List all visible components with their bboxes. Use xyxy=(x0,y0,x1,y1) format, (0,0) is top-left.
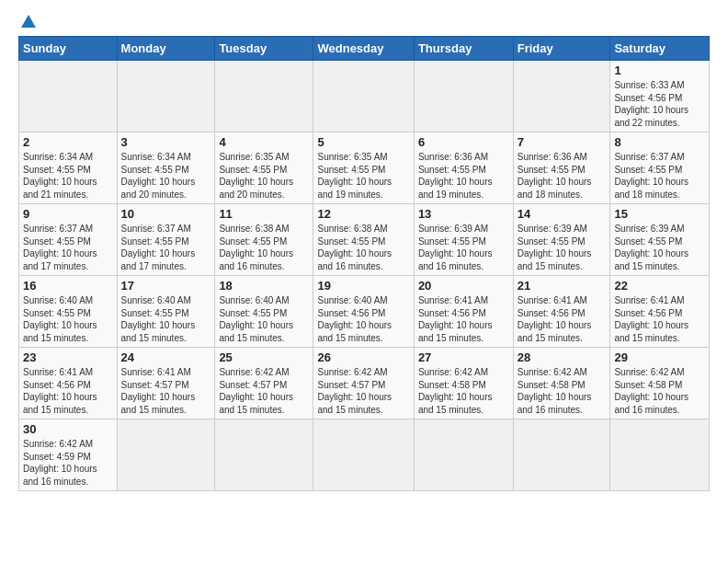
day-info: Sunrise: 6:36 AM Sunset: 4:55 PM Dayligh… xyxy=(418,151,509,201)
day-info: Sunrise: 6:39 AM Sunset: 4:55 PM Dayligh… xyxy=(614,223,705,272)
day-info: Sunrise: 6:38 AM Sunset: 4:55 PM Dayligh… xyxy=(219,223,309,272)
day-info: Sunrise: 6:40 AM Sunset: 4:55 PM Dayligh… xyxy=(219,294,309,344)
day-number: 18 xyxy=(219,279,309,293)
day-number: 5 xyxy=(317,135,409,149)
calendar-day-cell: 13Sunrise: 6:39 AM Sunset: 4:55 PM Dayli… xyxy=(414,204,513,276)
calendar-day-cell xyxy=(313,61,414,132)
day-info: Sunrise: 6:41 AM Sunset: 4:57 PM Dayligh… xyxy=(121,366,211,416)
calendar-header-row: SundayMondayTuesdayWednesdayThursdayFrid… xyxy=(19,37,710,61)
day-number: 2 xyxy=(23,135,113,149)
calendar-day-cell: 10Sunrise: 6:37 AM Sunset: 4:55 PM Dayli… xyxy=(117,204,215,276)
day-number: 27 xyxy=(418,350,509,364)
calendar-day-cell: 28Sunrise: 6:42 AM Sunset: 4:58 PM Dayli… xyxy=(513,348,610,419)
calendar-day-cell xyxy=(215,419,313,491)
day-number: 20 xyxy=(418,279,509,293)
calendar-day-cell: 25Sunrise: 6:42 AM Sunset: 4:57 PM Dayli… xyxy=(215,348,313,419)
day-info: Sunrise: 6:42 AM Sunset: 4:58 PM Dayligh… xyxy=(518,366,607,416)
day-number: 3 xyxy=(121,135,211,149)
calendar-day-cell: 4Sunrise: 6:35 AM Sunset: 4:55 PM Daylig… xyxy=(215,132,313,204)
day-info: Sunrise: 6:40 AM Sunset: 4:56 PM Dayligh… xyxy=(317,294,409,344)
day-number: 15 xyxy=(614,207,705,221)
calendar-week-row: 9Sunrise: 6:37 AM Sunset: 4:55 PM Daylig… xyxy=(19,204,710,276)
day-info: Sunrise: 6:34 AM Sunset: 4:55 PM Dayligh… xyxy=(23,151,113,201)
calendar-day-cell xyxy=(513,61,610,132)
day-info: Sunrise: 6:35 AM Sunset: 4:55 PM Dayligh… xyxy=(219,151,309,201)
day-info: Sunrise: 6:41 AM Sunset: 4:56 PM Dayligh… xyxy=(418,294,509,344)
calendar-week-row: 30Sunrise: 6:42 AM Sunset: 4:59 PM Dayli… xyxy=(19,419,710,491)
calendar-day-cell xyxy=(414,419,513,491)
day-number: 17 xyxy=(121,279,211,293)
page-header xyxy=(18,15,710,29)
day-info: Sunrise: 6:41 AM Sunset: 4:56 PM Dayligh… xyxy=(614,294,705,344)
day-number: 21 xyxy=(518,279,607,293)
calendar-week-row: 16Sunrise: 6:40 AM Sunset: 4:55 PM Dayli… xyxy=(19,276,710,348)
calendar-day-cell: 30Sunrise: 6:42 AM Sunset: 4:59 PM Dayli… xyxy=(19,419,118,491)
day-number: 23 xyxy=(23,350,113,364)
calendar-day-cell: 26Sunrise: 6:42 AM Sunset: 4:57 PM Dayli… xyxy=(313,348,414,419)
calendar-day-cell: 15Sunrise: 6:39 AM Sunset: 4:55 PM Dayli… xyxy=(610,204,710,276)
day-info: Sunrise: 6:38 AM Sunset: 4:55 PM Dayligh… xyxy=(317,223,409,272)
day-number: 28 xyxy=(518,350,607,364)
day-number: 24 xyxy=(121,350,211,364)
calendar-day-cell: 18Sunrise: 6:40 AM Sunset: 4:55 PM Dayli… xyxy=(215,276,313,348)
logo xyxy=(18,15,36,29)
calendar-day-cell xyxy=(513,419,610,491)
day-number: 1 xyxy=(614,63,705,77)
calendar-day-cell xyxy=(313,419,414,491)
day-info: Sunrise: 6:40 AM Sunset: 4:55 PM Dayligh… xyxy=(23,294,113,344)
day-number: 4 xyxy=(219,135,309,149)
day-number: 8 xyxy=(614,135,705,149)
day-info: Sunrise: 6:33 AM Sunset: 4:56 PM Dayligh… xyxy=(614,79,705,129)
day-info: Sunrise: 6:40 AM Sunset: 4:55 PM Dayligh… xyxy=(121,294,211,344)
calendar-day-cell: 29Sunrise: 6:42 AM Sunset: 4:58 PM Dayli… xyxy=(610,348,710,419)
calendar-day-cell: 27Sunrise: 6:42 AM Sunset: 4:58 PM Dayli… xyxy=(414,348,513,419)
day-number: 13 xyxy=(418,207,509,221)
calendar-day-cell: 16Sunrise: 6:40 AM Sunset: 4:55 PM Dayli… xyxy=(19,276,118,348)
calendar-week-row: 1Sunrise: 6:33 AM Sunset: 4:56 PM Daylig… xyxy=(19,61,710,132)
logo-triangle-icon xyxy=(21,15,36,28)
calendar-day-cell: 20Sunrise: 6:41 AM Sunset: 4:56 PM Dayli… xyxy=(414,276,513,348)
day-number: 14 xyxy=(518,207,607,221)
day-info: Sunrise: 6:42 AM Sunset: 4:57 PM Dayligh… xyxy=(219,366,309,416)
calendar-day-cell xyxy=(117,419,215,491)
day-info: Sunrise: 6:37 AM Sunset: 4:55 PM Dayligh… xyxy=(121,223,211,272)
calendar-day-cell: 22Sunrise: 6:41 AM Sunset: 4:56 PM Dayli… xyxy=(610,276,710,348)
day-info: Sunrise: 6:37 AM Sunset: 4:55 PM Dayligh… xyxy=(614,151,705,201)
calendar-day-header: Saturday xyxy=(610,37,710,61)
calendar-day-header: Sunday xyxy=(19,37,118,61)
calendar-day-cell: 21Sunrise: 6:41 AM Sunset: 4:56 PM Dayli… xyxy=(513,276,610,348)
calendar-day-cell: 12Sunrise: 6:38 AM Sunset: 4:55 PM Dayli… xyxy=(313,204,414,276)
day-number: 22 xyxy=(614,279,705,293)
calendar-day-header: Friday xyxy=(513,37,610,61)
calendar-day-cell: 7Sunrise: 6:36 AM Sunset: 4:55 PM Daylig… xyxy=(513,132,610,204)
day-info: Sunrise: 6:42 AM Sunset: 4:57 PM Dayligh… xyxy=(317,366,409,416)
calendar-day-cell xyxy=(215,61,313,132)
day-info: Sunrise: 6:42 AM Sunset: 4:58 PM Dayligh… xyxy=(418,366,509,416)
calendar-day-cell: 2Sunrise: 6:34 AM Sunset: 4:55 PM Daylig… xyxy=(19,132,118,204)
calendar-day-cell: 8Sunrise: 6:37 AM Sunset: 4:55 PM Daylig… xyxy=(610,132,710,204)
day-number: 6 xyxy=(418,135,509,149)
calendar-day-cell: 6Sunrise: 6:36 AM Sunset: 4:55 PM Daylig… xyxy=(414,132,513,204)
calendar-day-header: Monday xyxy=(117,37,215,61)
day-info: Sunrise: 6:39 AM Sunset: 4:55 PM Dayligh… xyxy=(418,223,509,272)
calendar-day-cell: 3Sunrise: 6:34 AM Sunset: 4:55 PM Daylig… xyxy=(117,132,215,204)
day-info: Sunrise: 6:36 AM Sunset: 4:55 PM Dayligh… xyxy=(518,151,607,201)
day-number: 7 xyxy=(518,135,607,149)
day-number: 26 xyxy=(317,350,409,364)
calendar-day-header: Thursday xyxy=(414,37,513,61)
calendar-day-cell xyxy=(19,61,118,132)
calendar-week-row: 23Sunrise: 6:41 AM Sunset: 4:56 PM Dayli… xyxy=(19,348,710,419)
calendar-day-cell xyxy=(117,61,215,132)
day-number: 16 xyxy=(23,279,113,293)
calendar-day-cell: 14Sunrise: 6:39 AM Sunset: 4:55 PM Dayli… xyxy=(513,204,610,276)
calendar-day-cell: 1Sunrise: 6:33 AM Sunset: 4:56 PM Daylig… xyxy=(610,61,710,132)
day-info: Sunrise: 6:37 AM Sunset: 4:55 PM Dayligh… xyxy=(23,223,113,272)
day-info: Sunrise: 6:41 AM Sunset: 4:56 PM Dayligh… xyxy=(518,294,607,344)
day-number: 19 xyxy=(317,279,409,293)
calendar-day-cell: 17Sunrise: 6:40 AM Sunset: 4:55 PM Dayli… xyxy=(117,276,215,348)
calendar-day-cell: 9Sunrise: 6:37 AM Sunset: 4:55 PM Daylig… xyxy=(19,204,118,276)
day-info: Sunrise: 6:41 AM Sunset: 4:56 PM Dayligh… xyxy=(23,366,113,416)
day-number: 30 xyxy=(23,422,113,436)
day-number: 11 xyxy=(219,207,309,221)
calendar-week-row: 2Sunrise: 6:34 AM Sunset: 4:55 PM Daylig… xyxy=(19,132,710,204)
